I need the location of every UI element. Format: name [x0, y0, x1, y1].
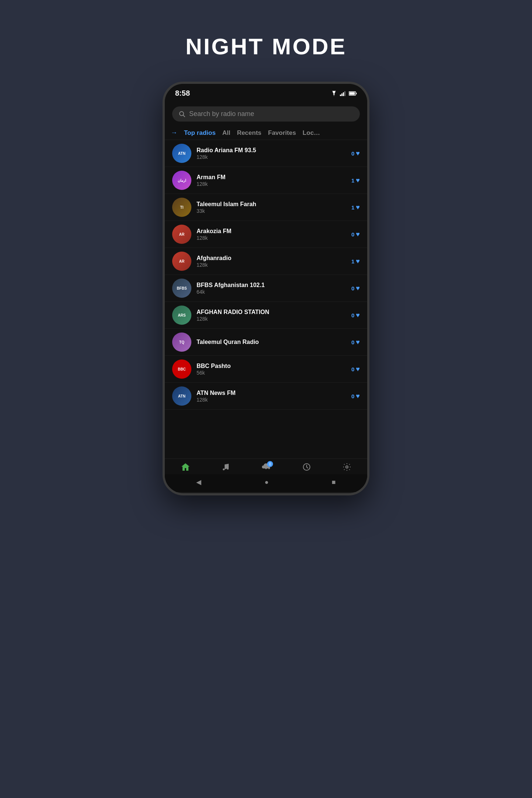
radio-bitrate: 128k — [197, 316, 346, 322]
battery-icon — [349, 91, 357, 96]
radio-favorite[interactable]: 0♥ — [351, 365, 360, 373]
svg-rect-5 — [356, 93, 357, 94]
radio-bitrate: 128k — [197, 181, 346, 187]
nav-history[interactable] — [302, 463, 311, 471]
radio-bitrate: 128k — [197, 154, 346, 160]
radio-name: Arman FM — [197, 174, 346, 181]
radio-item[interactable]: ATNATN News FM128k0♥ — [165, 383, 367, 410]
radio-favorite[interactable]: 0♥ — [351, 311, 360, 319]
radio-name: Taleemul Islam Farah — [197, 201, 346, 208]
radio-favorite[interactable]: 1♥ — [351, 204, 360, 211]
page-title: NIGHT MODE — [185, 33, 347, 59]
radio-favorite[interactable]: 0♥ — [351, 231, 360, 238]
radio-logo: TI — [172, 198, 191, 217]
favorite-count: 0 — [351, 393, 354, 399]
radio-item[interactable]: ارمانArman FM128k1♥ — [165, 167, 367, 194]
radio-logo: AR — [172, 225, 191, 244]
wifi-icon — [330, 91, 338, 96]
radio-item[interactable]: ATNRadio Ariana FM 93.5128k0♥ — [165, 140, 367, 167]
favorite-count: 0 — [351, 285, 354, 291]
radio-item[interactable]: TQTaleemul Quran Radio0♥ — [165, 329, 367, 356]
radio-favorite[interactable]: 0♥ — [351, 392, 360, 400]
android-recent-btn[interactable]: ■ — [332, 478, 336, 486]
nav-download[interactable]: 0 — [261, 463, 271, 471]
favorite-count: 0 — [351, 231, 354, 238]
favorite-count: 0 — [351, 312, 354, 318]
radio-logo: ARS — [172, 306, 191, 325]
radio-name: AFGHAN RADIO STATION — [197, 308, 346, 316]
radio-bitrate: 128k — [197, 262, 346, 268]
tab-recents[interactable]: Recents — [237, 129, 261, 137]
radio-item[interactable]: TITaleemul Islam Farah33k1♥ — [165, 194, 367, 221]
radio-logo: ATN — [172, 386, 191, 406]
heart-icon: ♥ — [356, 365, 360, 373]
favorite-count: 0 — [351, 339, 354, 345]
radio-logo: TQ — [172, 332, 191, 352]
svg-rect-1 — [341, 93, 342, 96]
phone-mockup: 8:58 — [163, 82, 369, 495]
heart-icon: ♥ — [356, 150, 360, 157]
status-icons — [330, 91, 357, 96]
heart-icon: ♥ — [356, 338, 360, 346]
android-back-btn[interactable]: ◀ — [196, 478, 201, 486]
radio-favorite[interactable]: 0♥ — [351, 150, 360, 157]
radio-logo: BFBS — [172, 279, 191, 298]
radio-name: Afghanradio — [197, 255, 346, 262]
radio-item[interactable]: ARSAFGHAN RADIO STATION128k0♥ — [165, 302, 367, 329]
app-content: Search by radio name → Top radios All Re… — [165, 101, 367, 492]
radio-item[interactable]: BBCBBC Pashto56k0♥ — [165, 356, 367, 383]
radio-logo: ATN — [172, 144, 191, 163]
radio-logo: AR — [172, 252, 191, 271]
svg-point-10 — [346, 466, 348, 468]
radio-name: BBC Pashto — [197, 362, 346, 370]
nav-music[interactable] — [222, 463, 230, 471]
nav-home[interactable] — [181, 463, 190, 471]
heart-icon: ♥ — [356, 204, 360, 211]
radio-list: ATNRadio Ariana FM 93.5128k0♥ارمانArman … — [165, 140, 367, 458]
radio-item[interactable]: ARArakozia FM128k0♥ — [165, 221, 367, 248]
status-bar: 8:58 — [165, 84, 367, 101]
radio-bitrate: 128k — [197, 397, 346, 403]
favorite-count: 0 — [351, 150, 354, 157]
svg-rect-2 — [343, 92, 344, 96]
favorite-count: 1 — [351, 177, 354, 184]
radio-item[interactable]: ARAfghanradio128k1♥ — [165, 248, 367, 275]
radio-name: Radio Ariana FM 93.5 — [197, 147, 346, 154]
radio-favorite[interactable]: 0♥ — [351, 338, 360, 346]
svg-rect-0 — [340, 95, 341, 96]
search-bar[interactable]: Search by radio name — [172, 106, 360, 122]
radio-info: Taleemul Islam Farah33k — [197, 201, 346, 214]
nav-settings[interactable] — [342, 463, 351, 471]
radio-name: Arakozia FM — [197, 228, 346, 235]
radio-bitrate: 56k — [197, 370, 346, 376]
radio-favorite[interactable]: 0♥ — [351, 284, 360, 292]
heart-icon: ♥ — [356, 284, 360, 292]
radio-info: Radio Ariana FM 93.5128k — [197, 147, 346, 160]
heart-icon: ♥ — [356, 177, 360, 184]
heart-icon: ♥ — [356, 231, 360, 238]
tab-all[interactable]: All — [222, 129, 231, 137]
radio-favorite[interactable]: 1♥ — [351, 177, 360, 184]
search-placeholder: Search by radio name — [189, 110, 254, 118]
radio-info: Afghanradio128k — [197, 255, 346, 268]
search-icon — [179, 111, 185, 117]
radio-info: Arakozia FM128k — [197, 228, 346, 241]
radio-info: BBC Pashto56k — [197, 362, 346, 376]
tab-favorites[interactable]: Favorites — [268, 129, 296, 137]
radio-logo: BBC — [172, 359, 191, 379]
tab-local[interactable]: Loc… — [303, 129, 320, 137]
radio-info: AFGHAN RADIO STATION128k — [197, 308, 346, 322]
radio-name: Taleemul Quran Radio — [197, 338, 346, 346]
bottom-nav: 0 — [165, 458, 367, 474]
radio-item[interactable]: BFBSBFBS Afghanistan 102.164k0♥ — [165, 275, 367, 302]
radio-bitrate: 64k — [197, 289, 346, 295]
tab-top-radios[interactable]: Top radios — [184, 129, 216, 137]
radio-info: Taleemul Quran Radio — [197, 338, 346, 346]
signal-icon — [340, 91, 347, 96]
radio-logo: ارمان — [172, 171, 191, 190]
status-time: 8:58 — [175, 89, 190, 98]
android-home-btn[interactable]: ● — [265, 478, 269, 486]
radio-name: BFBS Afghanistan 102.1 — [197, 282, 346, 289]
radio-favorite[interactable]: 1♥ — [351, 258, 360, 265]
heart-icon: ♥ — [356, 258, 360, 265]
